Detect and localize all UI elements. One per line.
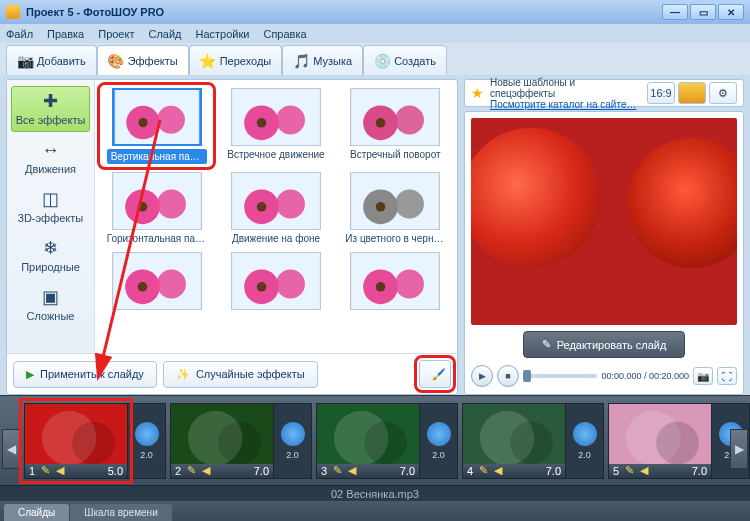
transition-1[interactable]: 2.0 (128, 403, 166, 479)
svg-point-27 (137, 282, 147, 292)
effects-actions: ▶Применить к слайду ✨Случайные эффекты 🖌… (7, 353, 457, 394)
effect-7[interactable] (222, 252, 329, 313)
settings-button[interactable]: ⚙ (709, 82, 737, 104)
effect-5[interactable]: Из цветного в черно-белое (342, 172, 449, 244)
tab-transitions-label: Переходы (220, 55, 272, 67)
timeline-scroll-right[interactable]: ▶ (730, 429, 748, 469)
transition-3[interactable]: 2.0 (420, 403, 458, 479)
brush-button[interactable]: 🖌️ (419, 360, 451, 388)
tab-transitions[interactable]: ⭐Переходы (189, 45, 283, 75)
svg-point-14 (157, 189, 186, 218)
menu-file[interactable]: Файл (6, 28, 33, 40)
apply-label: Применить к слайду (40, 368, 144, 380)
slide-4[interactable]: 4✎◀7.02.0 (462, 403, 604, 479)
effect-2[interactable]: Встречный поворот (342, 88, 449, 164)
menu-slide[interactable]: Слайд (148, 28, 181, 40)
playback-slider[interactable] (523, 374, 597, 378)
pencil-icon: ✎ (333, 464, 342, 477)
slide-thumbnail: 3✎◀7.0 (316, 403, 420, 479)
apply-to-slide-button[interactable]: ▶Применить к слайду (13, 361, 157, 388)
stop-button[interactable]: ■ (497, 365, 519, 387)
play-button[interactable]: ▶ (471, 365, 493, 387)
category-label: Движения (25, 163, 76, 175)
effect-thumbnail (112, 252, 202, 310)
tab-effects[interactable]: 🎨Эффекты (97, 45, 189, 75)
tab-music[interactable]: 🎵Музыка (282, 45, 363, 75)
slide-5[interactable]: 5✎◀7.02.0 (608, 403, 750, 479)
sound-icon: ◀ (202, 464, 210, 477)
snapshot-button[interactable]: 📷 (693, 367, 713, 385)
transition-2[interactable]: 2.0 (274, 403, 312, 479)
aspect-ratio-button[interactable]: 16:9 (647, 82, 675, 104)
slide-strip: 1✎◀5.02.02✎◀7.02.03✎◀7.02.04✎◀7.02.05✎◀7… (0, 396, 750, 485)
slide-thumbnail: 5✎◀7.0 (608, 403, 712, 479)
category-1[interactable]: ↔Движения (11, 135, 90, 181)
audio-track[interactable]: 02 Веснянка.mp3 (0, 485, 750, 501)
category-0[interactable]: ✚Все эффекты (11, 86, 90, 132)
effect-4[interactable]: Движение на фоне (222, 172, 329, 244)
edit-slide-label: Редактировать слайд (557, 339, 667, 351)
svg-point-43 (510, 421, 553, 464)
category-label: 3D-эффекты (18, 212, 83, 224)
arrow-down-icon: ▶ (26, 368, 34, 381)
slide-3[interactable]: 3✎◀7.02.0 (316, 403, 458, 479)
fullscreen-button[interactable]: ⛶ (717, 367, 737, 385)
slide-1[interactable]: 1✎◀5.02.0 (24, 403, 166, 479)
svg-point-19 (257, 202, 267, 212)
timeline-scroll-left[interactable]: ◀ (2, 429, 20, 469)
maximize-button[interactable]: ▭ (690, 4, 716, 20)
tab-effects-label: Эффекты (128, 55, 178, 67)
transition-duration: 2.0 (432, 450, 445, 460)
svg-point-11 (376, 118, 386, 128)
menu-help[interactable]: Справка (263, 28, 306, 40)
brush-icon: 🖌️ (432, 368, 446, 381)
effect-6[interactable] (103, 252, 210, 313)
edit-slide-button[interactable]: ✎Редактировать слайд (523, 331, 686, 358)
window-title: Проект 5 - ФотоШОУ PRO (26, 6, 164, 18)
menu-edit[interactable]: Правка (47, 28, 84, 40)
effect-1[interactable]: Встречное движение (222, 88, 329, 164)
wand-icon: ✨ (176, 368, 190, 381)
slide-2[interactable]: 2✎◀7.02.0 (170, 403, 312, 479)
theme-button[interactable] (678, 82, 706, 104)
promo-title: Новые шаблоны и спецэффекты (490, 77, 641, 99)
app-window: Проект 5 - ФотоШОУ PRO — ▭ ✕ Файл Правка… (0, 0, 750, 521)
effect-3[interactable]: Горизонтальная панорама (103, 172, 210, 244)
pencil-icon: ✎ (41, 464, 50, 477)
category-3[interactable]: ❄Природные (11, 233, 90, 279)
effect-thumbnail (231, 172, 321, 230)
effect-thumbnail (112, 88, 202, 146)
time-display: 00:00.000 / 00:20.000 (601, 371, 689, 381)
sound-icon: ◀ (56, 464, 64, 477)
menu-project[interactable]: Проект (98, 28, 134, 40)
tab-slides-view[interactable]: Слайды (4, 504, 69, 521)
promo-link[interactable]: Посмотрите каталог на сайте… (490, 99, 641, 110)
tab-add[interactable]: 📷Добавить (6, 45, 97, 75)
svg-point-39 (218, 421, 261, 464)
slide-duration: 7.0 (400, 465, 415, 477)
random-effects-button[interactable]: ✨Случайные эффекты (163, 361, 318, 388)
category-4[interactable]: ▣Сложные (11, 282, 90, 328)
transition-duration: 2.0 (286, 450, 299, 460)
palette-icon: 🎨 (108, 53, 124, 69)
timeline: ◀ 1✎◀5.02.02✎◀7.02.03✎◀7.02.04✎◀7.02.05✎… (0, 395, 750, 501)
effect-label: Горизонтальная панорама (107, 233, 207, 244)
slide-number: 5 (613, 465, 619, 477)
tab-create[interactable]: 💿Создать (363, 45, 447, 75)
transition-4[interactable]: 2.0 (566, 403, 604, 479)
svg-point-34 (395, 269, 424, 298)
effect-0[interactable]: Вертикальная панорама (103, 88, 210, 164)
slide-duration: 7.0 (692, 465, 707, 477)
minimize-button[interactable]: — (662, 4, 688, 20)
slide-duration: 7.0 (546, 465, 561, 477)
svg-point-45 (656, 421, 699, 464)
effect-8[interactable] (342, 252, 449, 313)
menu-settings[interactable]: Настройки (196, 28, 250, 40)
tab-timeline-view[interactable]: Шкала времени (70, 504, 171, 521)
slide-number: 4 (467, 465, 473, 477)
effect-label: Из цветного в черно-белое (345, 233, 445, 244)
camera-icon: 📷 (17, 53, 33, 69)
category-2[interactable]: ◫3D-эффекты (11, 184, 90, 230)
close-button[interactable]: ✕ (718, 4, 744, 20)
effect-label: Движение на фоне (232, 233, 320, 244)
